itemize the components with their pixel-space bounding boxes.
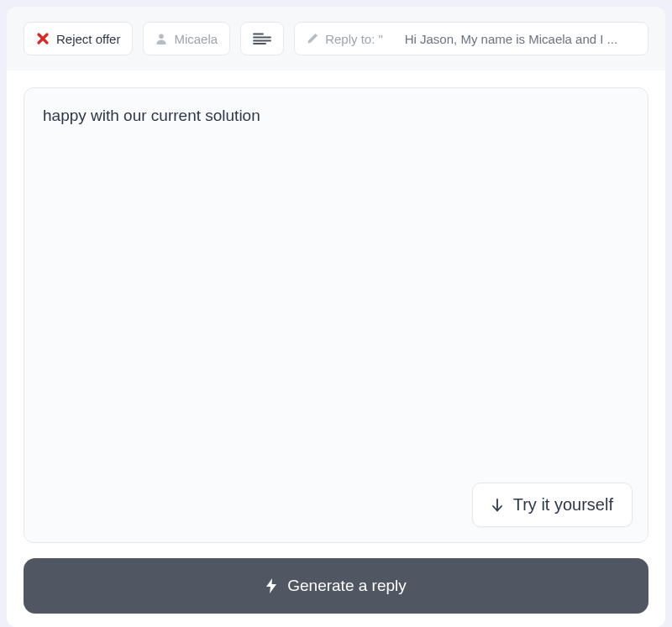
main-area: happy with our current solution Try it y… bbox=[7, 71, 665, 627]
reply-prefix: Reply to: " bbox=[325, 32, 383, 46]
person-icon bbox=[155, 33, 167, 44]
persona-label: Micaela bbox=[174, 32, 218, 46]
try-it-yourself-button[interactable]: Try it yourself bbox=[472, 483, 633, 527]
reply-to-button[interactable]: Reply to: " Hi Jason, My name is Micaela… bbox=[294, 22, 648, 55]
svg-point-2 bbox=[160, 34, 165, 39]
reply-text-wrapper: Reply to: " Hi Jason, My name is Micaela… bbox=[325, 32, 636, 46]
bolt-icon bbox=[265, 578, 277, 593]
align-left-icon bbox=[253, 33, 271, 44]
align-button[interactable] bbox=[240, 22, 284, 55]
try-it-label: Try it yourself bbox=[513, 495, 613, 515]
app-container: Reject offer Micaela Reply to: " bbox=[7, 7, 665, 627]
arrow-down-icon bbox=[491, 499, 503, 512]
reply-quoted-text: Hi Jason, My name is Micaela and I ... bbox=[386, 32, 636, 46]
textarea-wrapper[interactable]: happy with our current solution Try it y… bbox=[24, 87, 648, 543]
generate-reply-button[interactable]: Generate a reply bbox=[24, 558, 648, 614]
reject-offer-button[interactable]: Reject offer bbox=[24, 22, 133, 55]
persona-button[interactable]: Micaela bbox=[143, 22, 230, 55]
textarea-content: happy with our current solution bbox=[43, 105, 629, 128]
pencil-icon bbox=[307, 33, 318, 44]
generate-reply-label: Generate a reply bbox=[287, 577, 407, 595]
x-icon bbox=[36, 32, 50, 45]
reject-offer-label: Reject offer bbox=[56, 32, 120, 46]
toolbar: Reject offer Micaela Reply to: " bbox=[7, 7, 665, 71]
